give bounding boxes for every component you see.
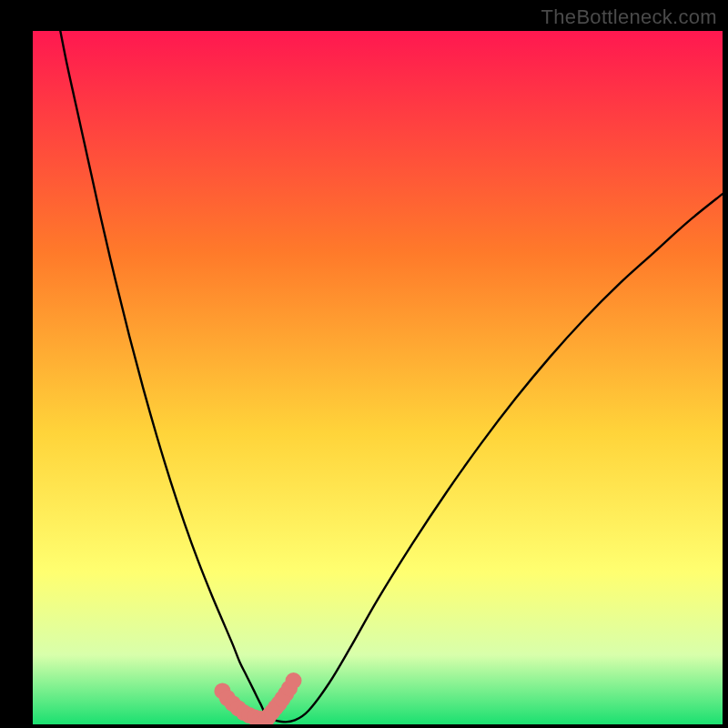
gradient-background <box>33 31 723 724</box>
chart-stage: TheBottleneck.com <box>0 0 728 728</box>
watermark-text: TheBottleneck.com <box>541 5 717 29</box>
valley-marker <box>286 672 302 689</box>
chart-svg <box>0 0 728 728</box>
